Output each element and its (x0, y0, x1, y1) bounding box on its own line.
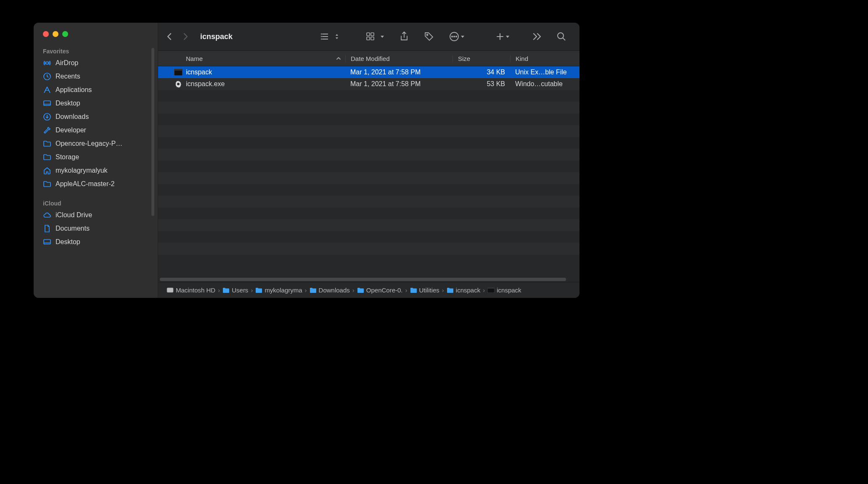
path-item-icnspack-folder[interactable]: icnspack (447, 287, 480, 294)
sidebar-item-downloads[interactable]: Downloads (34, 110, 158, 124)
sidebar-item-applealc[interactable]: AppleALC-master-2 (34, 177, 158, 191)
sidebar-item-label: Opencore-Legacy-P… (56, 140, 122, 147)
folder-icon (447, 287, 454, 294)
svg-point-15 (454, 36, 455, 37)
horizontal-scrollbar[interactable] (158, 278, 580, 281)
view-mode-button[interactable] (316, 32, 344, 41)
house-icon (43, 166, 51, 175)
sidebar-item-icloud-drive[interactable]: iCloud Drive (34, 208, 158, 222)
svg-rect-9 (371, 33, 374, 36)
column-name[interactable]: Name (158, 55, 345, 62)
sidebar-item-label: Desktop (56, 100, 80, 107)
svg-point-6 (321, 37, 322, 37)
sidebar-item-developer[interactable]: Developer (34, 124, 158, 137)
path-label: mykolagryma (265, 287, 302, 294)
column-date-modified[interactable]: Date Modified (345, 55, 453, 62)
sidebar-item-label: AppleALC-master-2 (56, 180, 115, 188)
sidebar-item-home[interactable]: mykolagrymalyuk (34, 164, 158, 177)
svg-point-16 (456, 36, 457, 37)
svg-rect-10 (367, 37, 370, 40)
sidebar-item-desktop[interactable]: Desktop (34, 97, 158, 110)
sidebar-item-label: Recents (56, 73, 80, 80)
tag-button[interactable] (419, 32, 439, 42)
sidebar-item-airdrop[interactable]: AirDrop (34, 56, 158, 70)
minimize-window-button[interactable] (53, 31, 58, 37)
svg-point-5 (321, 34, 322, 34)
sidebar-item-applications[interactable]: Applications (34, 83, 158, 97)
file-row[interactable]: icnspack.exe Mar 1, 2021 at 7:58 PM 53 K… (158, 78, 580, 90)
column-size[interactable]: Size (453, 55, 510, 62)
svg-point-14 (452, 36, 453, 37)
sidebar-item-label: iCloud Drive (56, 211, 92, 219)
nav-back-button[interactable] (167, 32, 172, 41)
svg-rect-22 (487, 287, 495, 289)
path-item-disk[interactable]: Macintosh HD (167, 287, 215, 294)
sort-ascending-icon (336, 56, 341, 61)
sidebar-item-icloud-desktop[interactable]: Desktop (34, 235, 158, 249)
column-label: Name (186, 55, 203, 62)
chevron-right-icon: › (352, 287, 355, 294)
folder-icon (357, 287, 364, 294)
column-label: Size (458, 55, 470, 62)
column-kind[interactable]: Kind (510, 55, 580, 62)
desktop-icon (43, 238, 51, 246)
folder-icon (255, 287, 262, 294)
file-list[interactable]: icnspack Mar 1, 2021 at 7:58 PM 34 KB Un… (158, 66, 580, 278)
path-item-userhome[interactable]: mykolagryma (255, 287, 302, 294)
chevron-right-icon: › (405, 287, 408, 294)
file-size: 34 KB (453, 68, 510, 76)
path-label: Downloads (319, 287, 350, 294)
sidebar-item-recents[interactable]: Recents (34, 70, 158, 83)
svg-point-12 (427, 34, 428, 36)
toolbar: icnspack (158, 23, 580, 51)
column-label: Kind (516, 55, 528, 62)
folder-icon (410, 287, 417, 294)
sidebar-scrollbar[interactable] (151, 48, 154, 216)
path-item-opencore[interactable]: OpenCore-0. (357, 287, 403, 294)
path-item-icnspack-file[interactable]: icnspack (487, 287, 521, 294)
sidebar-item-documents[interactable]: Documents (34, 222, 158, 235)
chevron-right-icon: › (305, 287, 307, 294)
path-item-utilities[interactable]: Utilities (410, 287, 439, 294)
svg-rect-11 (371, 37, 374, 40)
chevron-right-icon: › (442, 287, 444, 294)
folder-icon (43, 180, 51, 188)
column-label: Date Modified (351, 55, 390, 62)
sidebar-item-opencore[interactable]: Opencore-Legacy-P… (34, 137, 158, 150)
chevron-right-icon: › (483, 287, 485, 294)
overflow-button[interactable] (520, 32, 547, 41)
applications-icon (43, 86, 51, 94)
sidebar-section-favorites: Favorites (34, 45, 158, 56)
executable-icon (487, 287, 495, 294)
folder-icon (43, 139, 51, 148)
sidebar: Favorites AirDrop Recents Applications D… (34, 23, 158, 298)
main-panel: icnspack (158, 23, 580, 298)
search-button[interactable] (552, 32, 571, 41)
share-button[interactable] (394, 31, 414, 42)
sidebar-section-icloud: iCloud (34, 197, 158, 208)
sidebar-item-label: Documents (56, 225, 90, 232)
chevron-right-icon: › (218, 287, 220, 294)
desktop-icon (43, 99, 51, 108)
sidebar-item-label: mykolagrymalyuk (56, 167, 108, 174)
more-button[interactable] (444, 32, 470, 42)
group-button[interactable] (349, 32, 389, 41)
sidebar-item-storage[interactable]: Storage (34, 150, 158, 164)
path-label: icnspack (456, 287, 480, 294)
file-row[interactable]: icnspack Mar 1, 2021 at 7:58 PM 34 KB Un… (158, 66, 580, 78)
cloud-icon (43, 211, 51, 219)
svg-point-17 (558, 33, 564, 39)
folder-icon (310, 287, 317, 294)
path-label: Macintosh HD (176, 287, 215, 294)
svg-rect-19 (174, 69, 183, 71)
fullscreen-window-button[interactable] (62, 31, 68, 37)
nav-forward-button[interactable] (183, 32, 188, 41)
svg-rect-20 (167, 288, 173, 292)
close-window-button[interactable] (43, 31, 49, 37)
path-item-downloads[interactable]: Downloads (310, 287, 350, 294)
file-name: icnspack (186, 68, 345, 76)
path-item-users[interactable]: Users (222, 287, 248, 294)
svg-rect-4 (44, 239, 50, 244)
download-icon (43, 113, 51, 121)
new-button[interactable] (475, 32, 515, 41)
